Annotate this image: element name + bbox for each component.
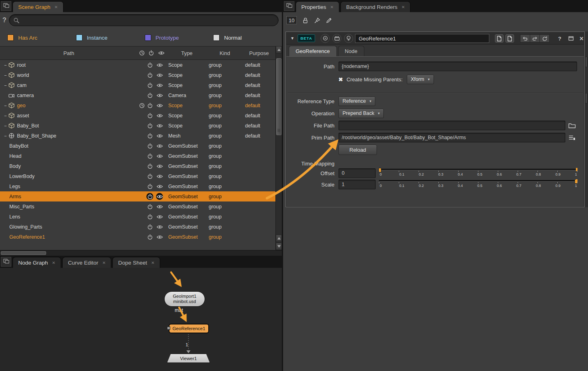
row-path-cell[interactable]: − root [0, 60, 137, 70]
tab-georeference[interactable]: GeoReference [289, 46, 337, 56]
row-path-cell[interactable]: Head [0, 151, 137, 161]
row-visibility-toggle[interactable] [156, 80, 167, 90]
row-power-toggle[interactable] [146, 60, 156, 70]
row-path-cell[interactable]: Lens [0, 212, 137, 222]
history-count[interactable]: 10 [286, 16, 297, 24]
pane-menu-button[interactable] [1, 257, 11, 267]
row-workingset-cell[interactable] [137, 110, 146, 121]
node-graph-canvas[interactable]: GeoImport1 minibot.usd mat GeoReference1… [0, 268, 282, 371]
scenegraph-pick-icon[interactable] [567, 135, 577, 140]
column-header-workingset-icon[interactable] [137, 50, 146, 56]
scene-graph-row-world[interactable]: − world Scope group default [0, 70, 275, 80]
row-workingset-cell[interactable] [137, 141, 146, 151]
lightbulb-icon[interactable] [344, 34, 353, 43]
slate-icon[interactable] [332, 34, 341, 43]
tab-scene-graph[interactable]: Scene Graph ✕ [13, 1, 63, 12]
splitter-handle[interactable] [585, 93, 587, 104]
row-path-cell[interactable]: − Baby_Bot_Shape [0, 131, 137, 141]
operation-dropdown[interactable]: Prepend Back ▾ [338, 109, 384, 118]
scene-graph-row-Arms[interactable]: Arms GeomSubset group [0, 191, 275, 201]
search-box[interactable] [9, 14, 279, 26]
row-power-toggle[interactable] [146, 191, 156, 201]
row-visibility-toggle[interactable] [156, 110, 167, 121]
popout-window-icon[interactable] [567, 34, 575, 42]
tab-curve-editor[interactable]: Curve Editor ✕ [62, 257, 111, 268]
row-workingset-cell[interactable] [137, 222, 146, 232]
row-path-cell[interactable]: Glowing_Parts [0, 222, 137, 232]
row-workingset-cell[interactable] [137, 191, 146, 201]
reference-type-dropdown[interactable]: Reference ▾ [338, 97, 375, 106]
page-compare-button-1[interactable] [495, 34, 503, 42]
row-visibility-toggle[interactable] [156, 171, 167, 181]
row-visibility-toggle[interactable] [156, 131, 167, 141]
row-workingset-cell[interactable] [137, 151, 146, 161]
row-workingset-cell[interactable] [137, 60, 146, 70]
row-visibility-toggle[interactable] [156, 100, 167, 110]
folder-browse-icon[interactable] [567, 123, 577, 129]
scene-graph-row-Baby_Bot_Shape[interactable]: − Baby_Bot_Shape Mesh group default [0, 131, 275, 141]
row-power-toggle[interactable] [146, 90, 156, 100]
column-header-type[interactable]: Type [167, 50, 207, 56]
tab-background-renders[interactable]: Background Renders ✕ [341, 1, 410, 12]
scene-graph-row-GeoReference1[interactable]: GeoReference1 GeomSubset group [0, 232, 275, 242]
row-workingset-cell[interactable] [137, 212, 146, 222]
row-visibility-toggle[interactable] [156, 191, 167, 201]
horizontal-scrollbar[interactable] [0, 250, 282, 256]
close-icon[interactable]: ✕ [52, 261, 55, 265]
row-visibility-toggle[interactable] [156, 151, 167, 161]
lock-icon[interactable] [302, 17, 309, 23]
row-power-toggle[interactable] [146, 70, 156, 80]
scene-graph-row-Misc_Parts[interactable]: Misc_Parts GeomSubset group [0, 201, 275, 212]
tab-node-graph[interactable]: Node Graph ✕ [13, 257, 61, 268]
row-power-toggle[interactable] [146, 232, 156, 242]
row-visibility-toggle[interactable] [156, 60, 167, 70]
record-icon[interactable] [321, 34, 330, 43]
row-power-toggle[interactable] [146, 80, 156, 90]
scene-graph-row-BabyBot[interactable]: BabyBot GeomSubset group [0, 141, 275, 151]
unpin-icon[interactable] [314, 17, 320, 23]
splitter-handle[interactable] [585, 57, 587, 67]
row-path-cell[interactable]: − cam [0, 80, 137, 90]
column-header-visibility-icon[interactable] [156, 51, 167, 55]
tree-expander-icon[interactable]: − [2, 103, 8, 108]
row-path-cell[interactable]: − world [0, 70, 137, 80]
scene-graph-row-asset[interactable]: − asset Scope group default [0, 110, 275, 121]
scale-slider[interactable]: 00.10.20.30.40.50.60.70.80.91 [379, 179, 577, 190]
row-power-toggle[interactable] [146, 222, 156, 232]
row-visibility-toggle[interactable] [156, 161, 167, 171]
tab-dope-sheet[interactable]: Dope Sheet ✕ [112, 257, 160, 268]
prim-path-input[interactable] [338, 133, 565, 142]
row-visibility-toggle[interactable] [156, 70, 167, 80]
search-input[interactable] [23, 17, 274, 23]
scene-graph-row-cam[interactable]: − cam Scope group default [0, 80, 275, 90]
create-missing-parents-checkbox[interactable]: ✖ [338, 76, 343, 83]
vertical-scrollbar[interactable] [275, 46, 282, 250]
column-header-power-icon[interactable] [146, 50, 156, 56]
scene-graph-row-geo[interactable]: − geo Scope group default [0, 100, 275, 110]
row-path-cell[interactable]: Legs [0, 181, 137, 191]
offset-input[interactable] [338, 168, 376, 178]
tree-expander-icon[interactable]: − [2, 134, 8, 138]
help-icon[interactable]: ? [556, 34, 564, 42]
scrollbar-thumb[interactable] [276, 58, 281, 135]
column-header-kind[interactable]: Kind [207, 50, 243, 56]
page-compare-button-2[interactable] [506, 34, 514, 42]
row-visibility-toggle[interactable] [156, 201, 167, 212]
node-input-port[interactable] [167, 326, 170, 330]
row-path-cell[interactable]: − geo [0, 100, 137, 110]
pane-menu-button[interactable] [1, 1, 11, 11]
row-path-cell[interactable]: Body [0, 161, 137, 171]
row-visibility-toggle[interactable] [156, 90, 167, 100]
scene-graph-row-Head[interactable]: Head GeomSubset group [0, 151, 275, 161]
row-power-toggle[interactable] [146, 181, 156, 191]
row-path-cell[interactable]: BabyBot [0, 141, 137, 151]
close-icon[interactable]: ✕ [55, 5, 58, 9]
scene-graph-row-camera[interactable]: camera Camera group default [0, 90, 275, 100]
row-path-cell[interactable]: Misc_Parts [0, 201, 137, 212]
scene-graph-row-Baby_Bot[interactable]: − Baby_Bot Scope group default [0, 121, 275, 131]
row-path-cell[interactable]: Arms [0, 191, 137, 201]
close-icon[interactable]: ✕ [102, 261, 106, 265]
path-input[interactable] [338, 61, 577, 71]
collapse-triangle-icon[interactable]: ▼ [290, 36, 294, 40]
create-missing-parents-dropdown[interactable]: Xform ▾ [407, 75, 434, 84]
